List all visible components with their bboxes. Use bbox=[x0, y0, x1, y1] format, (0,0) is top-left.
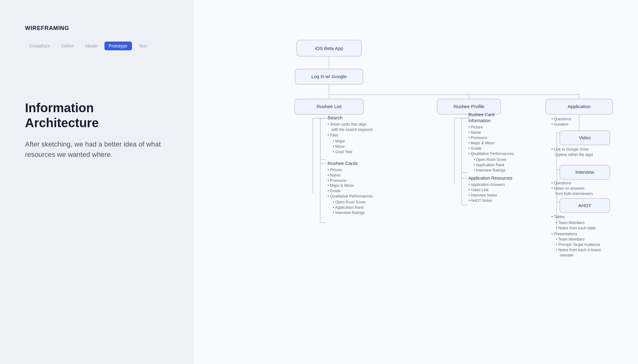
rci-title2: Information bbox=[468, 118, 491, 123]
ahot-label: AHOT bbox=[578, 203, 591, 208]
ahot-team-members-1: • Team Members bbox=[556, 221, 585, 225]
interview-notes2: from both interviewers bbox=[555, 192, 593, 196]
tab-ideate[interactable]: Ideate bbox=[81, 42, 102, 50]
interview-label: Interview bbox=[575, 169, 594, 175]
ahot-eboard1: • Notes from each e-board bbox=[556, 248, 600, 252]
search-major: • Major bbox=[333, 139, 345, 143]
search-title: Search bbox=[327, 115, 342, 120]
rci-qual-perf: • Qualitative Performances bbox=[468, 152, 514, 156]
ahot-presentations: • Presentations bbox=[551, 232, 577, 236]
app-questions: • Questions bbox=[551, 117, 571, 121]
diagram-svg: iOS Beta App Log in w/ Google Rushee Lis… bbox=[213, 19, 619, 350]
rci-picture: • Picture bbox=[468, 125, 483, 129]
left-panel: WIREFRAMING Empathize Define Ideate Prot… bbox=[0, 0, 194, 364]
rci-grade: • Grade bbox=[468, 146, 482, 151]
search-item1b: with the search keyword bbox=[331, 127, 372, 132]
rci-major-minor: • Major & Minor bbox=[468, 141, 495, 145]
ar-video-link: • Video Link bbox=[468, 188, 489, 192]
rci-title1: Rushee Card bbox=[468, 112, 494, 117]
search-grad-year: • Grad Year bbox=[333, 150, 352, 154]
rc-pronouns: • Pronouns bbox=[327, 178, 346, 183]
rc-picture: • Picture bbox=[327, 168, 342, 172]
page-title: Information Architecture bbox=[25, 100, 169, 130]
rci-open-rush: • Open Rush Score bbox=[474, 157, 507, 162]
rci-app-rank: • Application Rank bbox=[474, 163, 505, 167]
ahot-eboard2: member bbox=[560, 253, 574, 257]
page-description: After sketching, we had a better idea of… bbox=[25, 139, 169, 160]
ahot-team-members-2: • Team Members bbox=[556, 237, 585, 242]
rushee-profile-label: Rushee Profile bbox=[453, 104, 484, 109]
login-label: Log in w/ Google bbox=[311, 74, 347, 79]
tab-test[interactable]: Test bbox=[134, 42, 151, 50]
ahot-notes-table: • Notes from each table bbox=[556, 226, 596, 230]
ahot-prompt: • Prompt/ Target Audience bbox=[556, 242, 600, 247]
rushee-cards-title: Rushee Cards bbox=[327, 161, 357, 166]
rc-open-rush: • Open Rush Score bbox=[333, 200, 366, 204]
interview-notes1: • Notes on answers bbox=[551, 186, 585, 191]
rci-interview-ratings: • Interview Ratings bbox=[474, 168, 506, 172]
rc-interview-ratings: • Interview Ratings bbox=[333, 211, 365, 215]
ios-beta-label: iOS Beta App bbox=[315, 46, 343, 51]
rushee-list-label: Rushee List bbox=[316, 104, 342, 109]
rc-app-rank: • Application Rank bbox=[333, 205, 364, 210]
right-panel: iOS Beta App Log in w/ Google Rushee Lis… bbox=[194, 0, 638, 364]
app-answers: • Answers bbox=[551, 122, 568, 127]
rc-name: • Name bbox=[327, 173, 340, 177]
nav-tabs: Empathize Define Ideate Prototype Test bbox=[25, 42, 169, 50]
tab-empathize[interactable]: Empathize bbox=[25, 42, 54, 50]
logo: WIREFRAMING bbox=[25, 25, 169, 32]
ar-interview-notes: • Interview Notes bbox=[468, 193, 497, 197]
ia-diagram: iOS Beta App Log in w/ Google Rushee Lis… bbox=[213, 19, 619, 351]
tab-prototype[interactable]: Prototype bbox=[104, 42, 132, 50]
app-resources-title: Application Resources bbox=[468, 176, 513, 181]
video-link2: (opens within the app) bbox=[555, 152, 593, 157]
rci-pronouns: • Pronouns bbox=[468, 136, 487, 140]
video-label: Video bbox=[579, 135, 591, 140]
tab-define[interactable]: Define bbox=[57, 42, 78, 50]
ahot-tables: • Tables bbox=[551, 215, 565, 219]
rc-qual-perf: • Qualitative Performances bbox=[327, 194, 373, 198]
rc-major-minor: • Major & Minor bbox=[327, 183, 354, 188]
search-minor: • Minor bbox=[333, 144, 345, 149]
search-item1: • Show cards that align bbox=[327, 122, 367, 127]
rci-name: • Name bbox=[468, 130, 481, 135]
interview-questions: • Questions bbox=[551, 181, 571, 185]
rc-grade: • Grade bbox=[327, 189, 341, 193]
search-filter: • Filter bbox=[327, 133, 338, 137]
ar-ahot-notes: • AHOT Notes bbox=[468, 198, 492, 203]
ar-answers: • Application Answers bbox=[468, 182, 505, 187]
application-label: Application bbox=[568, 104, 591, 109]
video-link: • Link to Google Drive bbox=[551, 147, 589, 152]
